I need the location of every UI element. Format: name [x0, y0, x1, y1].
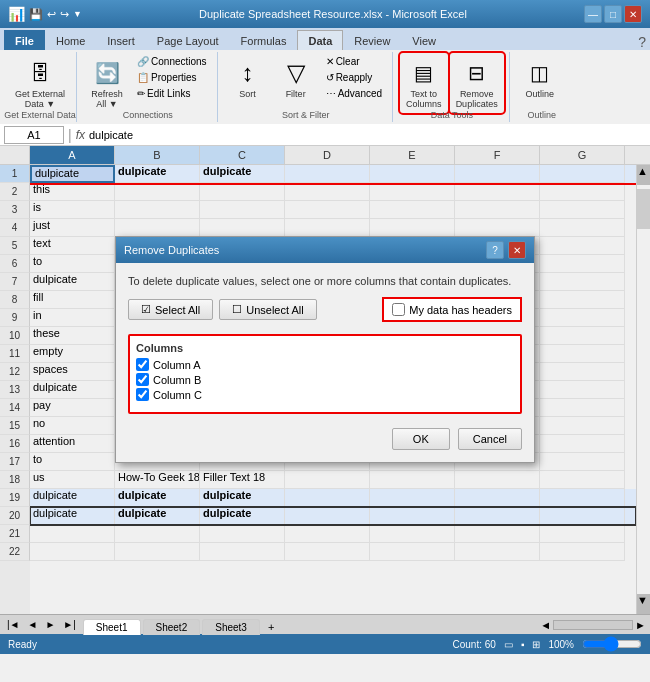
cell-b22[interactable] — [115, 543, 200, 561]
sheet-tab-2[interactable]: Sheet2 — [143, 619, 201, 635]
sort-button[interactable]: ↕ Sort — [226, 54, 270, 102]
cell-e18[interactable] — [370, 471, 455, 489]
col-header-f[interactable]: F — [455, 146, 540, 164]
cell-a18[interactable]: us — [30, 471, 115, 489]
cell-c20[interactable]: dulpicate — [200, 507, 285, 525]
cell-f22[interactable] — [455, 543, 540, 561]
ok-button[interactable]: OK — [392, 428, 450, 450]
sheet-nav-prev[interactable]: ◄ — [25, 619, 41, 630]
refresh-all-button[interactable]: 🔄 RefreshAll ▼ — [85, 54, 129, 112]
cell-e3[interactable] — [370, 201, 455, 219]
cell-a1[interactable]: dulpicate — [30, 165, 115, 183]
cell-c18[interactable]: Filler Text 18 — [200, 471, 285, 489]
minimize-button[interactable]: — — [584, 5, 602, 23]
cell-c21[interactable] — [200, 525, 285, 543]
maximize-button[interactable]: □ — [604, 5, 622, 23]
cell-a19[interactable]: dulpicate — [30, 489, 115, 507]
cell-g12[interactable] — [540, 363, 625, 381]
row-header-7[interactable]: 7 — [0, 273, 30, 291]
cell-d21[interactable] — [285, 525, 370, 543]
cell-a15[interactable]: no — [30, 417, 115, 435]
row-header-22[interactable]: 22 — [0, 543, 30, 561]
cell-f1[interactable] — [455, 165, 540, 183]
close-button[interactable]: ✕ — [624, 5, 642, 23]
cell-a20[interactable]: dulpicate — [30, 507, 115, 525]
help-icon[interactable]: ? — [634, 34, 650, 50]
remove-duplicates-button[interactable]: ⊟ RemoveDuplicates — [451, 54, 503, 112]
cell-a3[interactable]: is — [30, 201, 115, 219]
cell-a14[interactable]: pay — [30, 399, 115, 417]
col-header-e[interactable]: E — [370, 146, 455, 164]
cell-g20[interactable] — [540, 507, 625, 525]
cell-a13[interactable]: dulpicate — [30, 381, 115, 399]
cell-g21[interactable] — [540, 525, 625, 543]
cell-c3[interactable] — [200, 201, 285, 219]
cell-g18[interactable] — [540, 471, 625, 489]
tab-page-layout[interactable]: Page Layout — [146, 30, 230, 50]
outline-button[interactable]: ◫ Outline — [518, 54, 562, 102]
cell-f21[interactable] — [455, 525, 540, 543]
cell-b4[interactable] — [115, 219, 200, 237]
cell-a2[interactable]: this — [30, 183, 115, 201]
qat-save[interactable]: 💾 — [29, 8, 43, 21]
col-header-a[interactable]: A — [30, 146, 115, 164]
cell-b18[interactable]: How-To Geek 18 — [115, 471, 200, 489]
select-all-button[interactable]: ☑ Select All — [128, 299, 213, 320]
row-header-14[interactable]: 14 — [0, 399, 30, 417]
cell-c4[interactable] — [200, 219, 285, 237]
cell-f3[interactable] — [455, 201, 540, 219]
cell-d20[interactable] — [285, 507, 370, 525]
view-page[interactable]: ▪ — [521, 639, 525, 650]
cell-b21[interactable] — [115, 525, 200, 543]
reapply-button[interactable]: ↺ Reapply — [322, 70, 386, 85]
row-header-11[interactable]: 11 — [0, 345, 30, 363]
row-header-2[interactable]: 2 — [0, 183, 30, 201]
col-header-g[interactable]: G — [540, 146, 625, 164]
cell-a12[interactable]: spaces — [30, 363, 115, 381]
scrollbar-up[interactable]: ▲ — [637, 165, 650, 185]
cell-g19[interactable] — [540, 489, 625, 507]
cell-c2[interactable] — [200, 183, 285, 201]
cell-a10[interactable]: these — [30, 327, 115, 345]
cell-a11[interactable]: empty — [30, 345, 115, 363]
tab-home[interactable]: Home — [45, 30, 96, 50]
cell-a22[interactable] — [30, 543, 115, 561]
row-header-18[interactable]: 18 — [0, 471, 30, 489]
cell-g5[interactable] — [540, 237, 625, 255]
zoom-slider[interactable] — [582, 638, 642, 650]
cell-a7[interactable]: dulpicate — [30, 273, 115, 291]
tab-insert[interactable]: Insert — [96, 30, 146, 50]
cell-c1[interactable]: dulpicate — [200, 165, 285, 183]
column-c-checkbox[interactable] — [136, 388, 149, 401]
cell-e2[interactable] — [370, 183, 455, 201]
qat-redo[interactable]: ↪ — [60, 8, 69, 21]
row-header-13[interactable]: 13 — [0, 381, 30, 399]
row-header-8[interactable]: 8 — [0, 291, 30, 309]
cell-g7[interactable] — [540, 273, 625, 291]
cancel-button[interactable]: Cancel — [458, 428, 522, 450]
cell-a17[interactable]: to — [30, 453, 115, 471]
cell-a5[interactable]: text — [30, 237, 115, 255]
cell-f4[interactable] — [455, 219, 540, 237]
cell-b2[interactable] — [115, 183, 200, 201]
column-b-checkbox[interactable] — [136, 373, 149, 386]
col-header-b[interactable]: B — [115, 146, 200, 164]
row-header-12[interactable]: 12 — [0, 363, 30, 381]
vertical-scrollbar[interactable]: ▲ ▼ — [636, 165, 650, 614]
tab-review[interactable]: Review — [343, 30, 401, 50]
cell-g4[interactable] — [540, 219, 625, 237]
edit-links-button[interactable]: ✏ Edit Links — [133, 86, 211, 101]
scroll-right-btn[interactable]: ► — [635, 619, 646, 631]
tab-data[interactable]: Data — [297, 30, 343, 50]
cell-f19[interactable] — [455, 489, 540, 507]
connections-button[interactable]: 🔗 Connections — [133, 54, 211, 69]
cell-g11[interactable] — [540, 345, 625, 363]
cell-e21[interactable] — [370, 525, 455, 543]
scrollbar-down[interactable]: ▼ — [637, 594, 650, 614]
new-sheet-button[interactable]: + — [262, 619, 280, 635]
row-header-9[interactable]: 9 — [0, 309, 30, 327]
row-header-1[interactable]: 1 — [0, 165, 30, 183]
my-data-has-headers-checkbox[interactable] — [392, 303, 405, 316]
view-break[interactable]: ⊞ — [532, 639, 540, 650]
column-a-checkbox[interactable] — [136, 358, 149, 371]
